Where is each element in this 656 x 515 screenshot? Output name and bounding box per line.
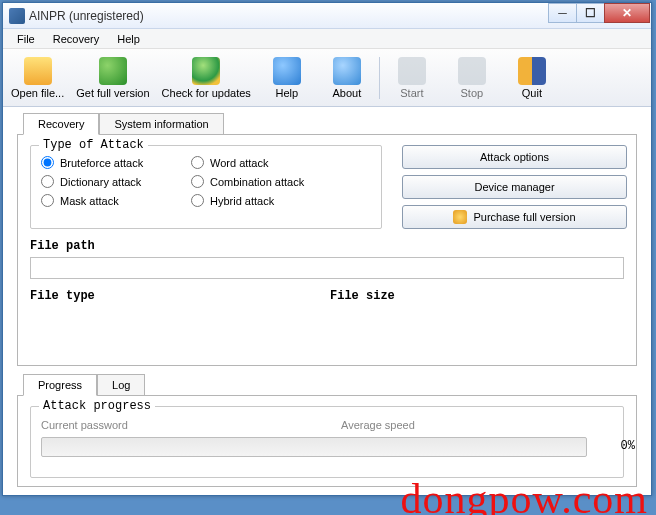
toolbar: Open file... Get full version Check for … bbox=[3, 49, 651, 107]
window-title: AINPR (unregistered) bbox=[29, 9, 549, 23]
file-path-label: File path bbox=[30, 239, 624, 253]
file-size-label: File size bbox=[330, 289, 395, 303]
radio-word[interactable]: Word attack bbox=[191, 156, 371, 169]
attack-legend: Type of Attack bbox=[39, 138, 148, 152]
titlebar: AINPR (unregistered) ─ ☐ ✕ bbox=[3, 3, 651, 29]
tab-log[interactable]: Log bbox=[97, 374, 145, 395]
get-full-version-button[interactable]: Get full version bbox=[70, 55, 155, 101]
menu-help[interactable]: Help bbox=[109, 31, 148, 47]
tab-progress[interactable]: Progress bbox=[23, 374, 97, 396]
quit-button[interactable]: Quit bbox=[502, 55, 562, 101]
radio-mask[interactable]: Mask attack bbox=[41, 194, 191, 207]
app-window: AINPR (unregistered) ─ ☐ ✕ File Recovery… bbox=[2, 2, 652, 496]
shield-icon bbox=[99, 57, 127, 85]
menu-file[interactable]: File bbox=[9, 31, 43, 47]
radio-combination[interactable]: Combination attack bbox=[191, 175, 371, 188]
menu-bar: File Recovery Help bbox=[3, 29, 651, 49]
device-manager-button[interactable]: Device manager bbox=[402, 175, 627, 199]
maximize-button[interactable]: ☐ bbox=[576, 3, 605, 23]
app-icon bbox=[9, 8, 25, 24]
attack-options-button[interactable]: Attack options bbox=[402, 145, 627, 169]
start-button[interactable]: Start bbox=[382, 55, 442, 101]
tab-recovery[interactable]: Recovery bbox=[23, 113, 99, 135]
attack-progress-fieldset: Attack progress Current password Average… bbox=[30, 406, 624, 478]
file-path-input[interactable] bbox=[30, 257, 624, 279]
stop-button[interactable]: Stop bbox=[442, 55, 502, 101]
tab-system-information[interactable]: System information bbox=[99, 113, 223, 134]
close-button[interactable]: ✕ bbox=[604, 3, 650, 23]
stop-icon bbox=[458, 57, 486, 85]
help-icon bbox=[273, 57, 301, 85]
file-type-label: File type bbox=[30, 289, 330, 303]
about-button[interactable]: About bbox=[317, 55, 377, 101]
toolbar-separator bbox=[379, 57, 380, 99]
current-password-label: Current password bbox=[41, 419, 341, 431]
main-tabs: Recovery System information bbox=[23, 113, 651, 134]
radio-dictionary[interactable]: Dictionary attack bbox=[41, 175, 191, 188]
info-icon bbox=[333, 57, 361, 85]
quit-icon bbox=[518, 57, 546, 85]
help-button[interactable]: Help bbox=[257, 55, 317, 101]
folder-icon bbox=[24, 57, 52, 85]
average-speed-label: Average speed bbox=[341, 419, 415, 431]
progress-tabs: Progress Log bbox=[23, 374, 651, 395]
check-updates-button[interactable]: Check for updates bbox=[156, 55, 257, 101]
open-file-button[interactable]: Open file... bbox=[5, 55, 70, 101]
menu-recovery[interactable]: Recovery bbox=[45, 31, 107, 47]
start-icon bbox=[398, 57, 426, 85]
radio-bruteforce[interactable]: Bruteforce attack bbox=[41, 156, 191, 169]
minimize-button[interactable]: ─ bbox=[548, 3, 577, 23]
progress-percent: 0% bbox=[621, 439, 635, 453]
attack-type-fieldset: Type of Attack Bruteforce attack Word at… bbox=[30, 145, 382, 229]
radio-hybrid[interactable]: Hybrid attack bbox=[191, 194, 371, 207]
globe-refresh-icon bbox=[192, 57, 220, 85]
progress-panel: Attack progress Current password Average… bbox=[17, 395, 637, 487]
progress-legend: Attack progress bbox=[39, 399, 155, 413]
purchase-full-version-button[interactable]: Purchase full version bbox=[402, 205, 627, 229]
recovery-panel: Type of Attack Bruteforce attack Word at… bbox=[17, 134, 637, 366]
progress-bar bbox=[41, 437, 587, 457]
purchase-icon bbox=[453, 210, 467, 224]
